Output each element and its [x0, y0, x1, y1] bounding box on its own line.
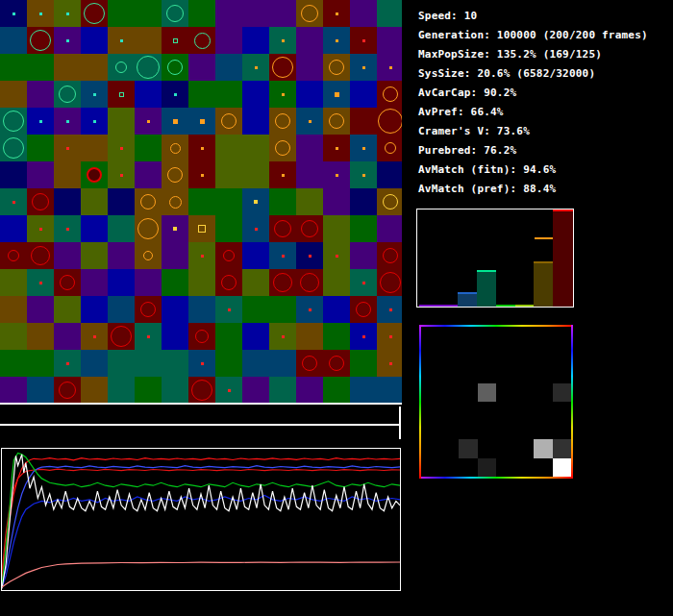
agent-dot: [201, 147, 204, 150]
heatmap-rainbow-border-right: [571, 325, 573, 479]
agent-dot: [362, 335, 365, 338]
landscape-patch: [188, 0, 215, 27]
agent-dot: [66, 228, 69, 231]
landscape-patch: [54, 188, 81, 215]
agent-dot: [174, 93, 177, 96]
agent-dot: [389, 335, 392, 338]
agent-dot: [39, 228, 42, 231]
landscape-patch: [269, 296, 296, 323]
landscape-patch: [54, 54, 81, 81]
landscape-patch: [296, 81, 323, 108]
heatmap-cell: [553, 383, 572, 403]
landscape-patch: [242, 161, 269, 188]
landscape-patch: [215, 54, 242, 81]
agent-circle: [111, 326, 132, 347]
landscape-patch: [54, 242, 81, 269]
landscape-patch: [188, 54, 215, 81]
stat-line: SysSize: 20.6% (6582/32000): [418, 64, 648, 84]
landscape-patch: [162, 323, 188, 350]
landscape-patch: [215, 188, 242, 215]
landscape-patch: [350, 350, 377, 377]
agent-dot: [389, 66, 392, 69]
agent-dot: [120, 174, 123, 177]
landscape-patch: [27, 377, 54, 404]
landscape-patch: [296, 323, 323, 350]
landscape-patch: [81, 377, 108, 404]
landscape-patch: [377, 0, 402, 27]
agent-circle: [383, 248, 398, 263]
landscape-patch: [269, 350, 296, 377]
agent-dot: [39, 282, 42, 284]
agent-circle: [275, 113, 290, 129]
agent-dot: [201, 362, 204, 365]
landscape-patch: [135, 81, 162, 108]
agent-square: [198, 225, 206, 233]
agent-dot: [309, 120, 312, 123]
landscape-patch: [377, 377, 402, 404]
simulation-window: Speed: 10Generation: 100000 (200/200 fra…: [0, 0, 673, 616]
stats-panel: Speed: 10Generation: 100000 (200/200 fra…: [418, 7, 648, 199]
landscape-patch: [323, 215, 350, 242]
agent-dot: [362, 66, 365, 69]
agent-circle: [356, 302, 371, 317]
agent-circle: [115, 62, 127, 73]
agent-dot: [254, 200, 258, 204]
agent-circle: [274, 220, 291, 237]
agent-mark: [119, 92, 124, 97]
agent-circle: [3, 137, 24, 159]
landscape-patch: [215, 215, 242, 242]
heatmap-rainbow-border-bottom: [419, 477, 573, 479]
landscape-patch: [269, 377, 296, 404]
landscape-patch: [350, 0, 377, 27]
landscape-patch: [188, 81, 215, 108]
landscape-patch: [0, 27, 27, 54]
agent-dot: [93, 335, 96, 338]
timeseries-line-green: [2, 453, 400, 585]
landscape-patch: [0, 215, 27, 242]
landscape-patch: [27, 161, 54, 188]
agent-dot: [66, 362, 69, 365]
heatmap-cell: [459, 439, 478, 458]
agent-circle: [166, 5, 184, 22]
agent-circle: [380, 272, 401, 293]
agent-dot: [309, 308, 312, 311]
landscape-patch: [296, 377, 323, 404]
agent-dot: [362, 282, 365, 284]
landscape-patch: [108, 269, 135, 296]
agent-dot: [147, 335, 150, 338]
landscape-patch: [242, 242, 269, 269]
landscape-patch: [242, 108, 269, 135]
landscape-patch: [323, 269, 350, 296]
histogram-marker-line: [535, 237, 553, 239]
agent-dot: [255, 66, 258, 69]
grid-bottom-border: [0, 403, 402, 405]
heatmap-cell: [534, 439, 553, 458]
landscape-patch: [81, 350, 108, 377]
landscape-patch: [269, 0, 296, 27]
histogram-bar: [477, 270, 496, 307]
agent-circle: [140, 194, 156, 209]
landscape-patch: [0, 269, 27, 296]
landscape-patch: [323, 377, 350, 404]
agent-dot: [93, 93, 96, 96]
landscape-patch: [135, 269, 162, 296]
group-histogram-chart: m f: [416, 209, 574, 308]
landscape-patch: [350, 188, 377, 215]
landscape-patch: [0, 350, 27, 377]
landscape-patch: [323, 296, 350, 323]
landscape-patch: [0, 377, 27, 404]
agent-mark: [173, 38, 178, 43]
landscape-patch: [108, 242, 135, 269]
timeseries-line-blue-upper: [2, 466, 400, 584]
agent-circle: [32, 193, 49, 210]
agent-circle: [221, 113, 237, 129]
landscape-patch: [81, 188, 108, 215]
landscape-patch: [377, 27, 402, 54]
frame-progress-line: [0, 424, 399, 426]
histogram-bar: [496, 305, 515, 307]
landscape-patch: [135, 135, 162, 161]
agent-circle: [272, 57, 293, 78]
agent-dot: [282, 174, 285, 177]
agent-dot: [66, 120, 69, 123]
agent-dot: [362, 147, 365, 150]
